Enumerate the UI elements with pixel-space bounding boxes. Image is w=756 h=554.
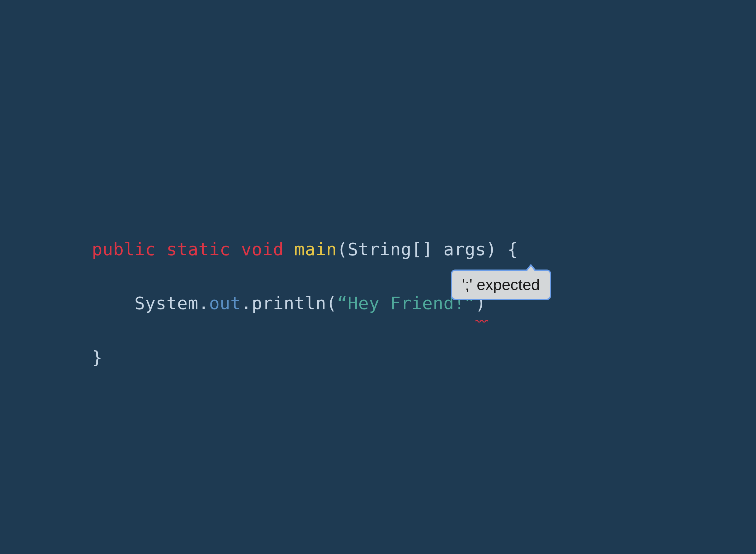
keyword-public: public — [92, 239, 156, 259]
array-brackets: [] — [411, 239, 433, 259]
method-main: main — [294, 239, 337, 259]
keyword-static: static — [167, 239, 231, 259]
code-line-1: public static void main(String[] args) { — [92, 236, 518, 263]
method-println: println — [252, 293, 326, 313]
error-squiggle-icon — [476, 319, 489, 323]
error-message: ';' expected — [462, 276, 540, 293]
paren-open: ( — [337, 239, 348, 259]
code-editor-view: public static void main(String[] args) {… — [92, 209, 518, 398]
tooltip-pointer-inner-icon — [526, 266, 535, 272]
code-line-3: } — [92, 344, 518, 371]
brace-open: { — [497, 239, 518, 259]
class-system: System — [134, 293, 198, 313]
type-string: String — [348, 239, 411, 259]
paren-close: ) — [486, 239, 497, 259]
keyword-void: void — [241, 239, 284, 259]
brace-close: } — [92, 347, 103, 367]
error-tooltip[interactable]: ';' expected — [451, 270, 551, 300]
param-args: args — [443, 239, 486, 259]
field-out: out — [209, 293, 241, 313]
